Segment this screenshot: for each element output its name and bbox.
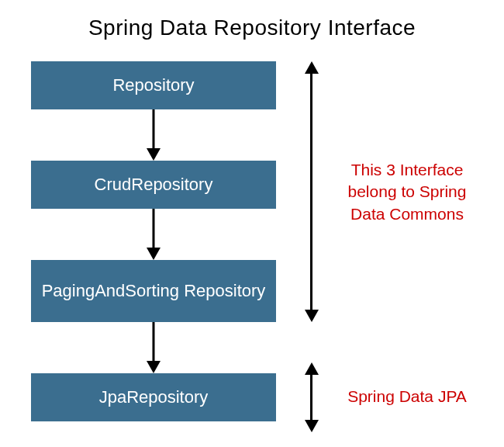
box-paging-sorting-repository: PagingAndSorting Repository bbox=[31, 260, 276, 322]
diagram-title: Spring Data Repository Interface bbox=[0, 0, 504, 52]
box-crud-repository: CrudRepository bbox=[31, 161, 276, 209]
arrow-down-icon bbox=[150, 209, 157, 260]
diagram-area: Repository CrudRepository PagingAndSorti… bbox=[0, 52, 504, 440]
box-repository: Repository bbox=[31, 61, 276, 109]
bracket-arrow-icon bbox=[310, 61, 312, 322]
annotation-jpa: Spring Data JPA bbox=[333, 386, 481, 407]
bracket-arrow-icon bbox=[310, 362, 312, 432]
annotation-commons: This 3 Interface belong to Spring Data C… bbox=[333, 159, 481, 225]
arrow-down-icon bbox=[150, 322, 157, 373]
arrow-down-icon bbox=[150, 109, 157, 161]
box-jpa-repository: JpaRepository bbox=[31, 373, 276, 421]
